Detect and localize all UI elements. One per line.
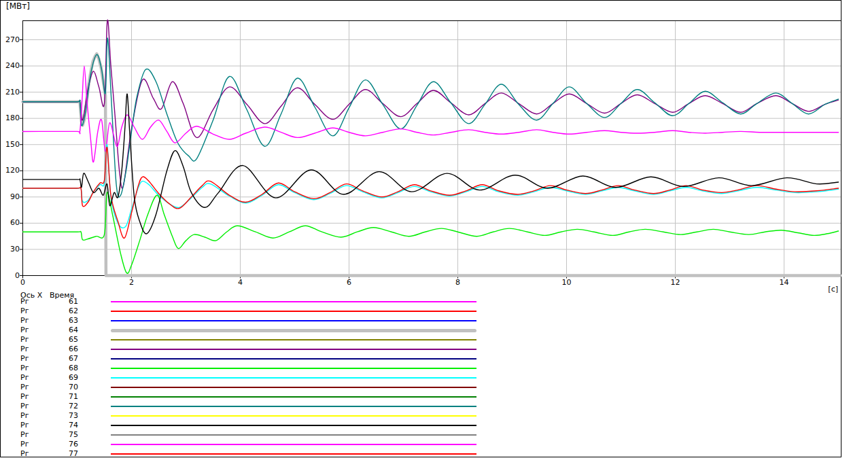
- legend-row-value: 76: [39, 440, 78, 449]
- legend-row-value: 62: [39, 306, 78, 316]
- legend-row-label: Рг: [20, 392, 41, 402]
- legend-color-swatch: [111, 425, 476, 426]
- legend-color-swatch: [111, 311, 476, 312]
- legend-row-pr69[interactable]: Рг69: [0, 373, 517, 383]
- x-tick-label: 14: [771, 278, 798, 287]
- legend-row-label: Рг: [20, 402, 41, 411]
- legend-row-label: Рг: [20, 316, 41, 326]
- legend-color-swatch: [111, 406, 476, 407]
- legend-color-swatch: [111, 444, 476, 445]
- legend-color-swatch: [111, 301, 476, 302]
- y-tick-label: 60: [0, 218, 20, 227]
- legend-color-swatch: [111, 415, 476, 417]
- legend-row-value: 71: [39, 392, 78, 402]
- legend-row-value: 73: [39, 411, 78, 421]
- y-tick-label: 120: [0, 166, 20, 175]
- legend-row-value: 70: [39, 383, 78, 392]
- y-tick-label: 270: [0, 35, 20, 44]
- y-tick-label: 30: [0, 245, 20, 253]
- series-pr74[interactable]: [23, 94, 839, 234]
- legend-row-value: 75: [39, 430, 78, 440]
- legend-row-pr75[interactable]: Рг75: [0, 430, 517, 440]
- legend-row-pr61[interactable]: Рг61: [0, 297, 517, 306]
- legend-row-value: 68: [39, 364, 78, 373]
- legend-row-value: 67: [39, 354, 78, 364]
- legend-row-label: Рг: [20, 373, 41, 383]
- legend-row-label: Рг: [20, 411, 41, 421]
- legend-row-label: Рг: [20, 421, 41, 430]
- series-pr66[interactable]: [23, 20, 839, 188]
- legend-row-value: 65: [39, 335, 78, 345]
- legend-row-pr74[interactable]: Рг74: [0, 421, 517, 430]
- legend-row-value: 72: [39, 402, 78, 411]
- legend-color-swatch: [111, 320, 476, 321]
- plot-frame: [23, 21, 841, 276]
- legend-color-swatch: [111, 358, 476, 360]
- legend-row-pr77[interactable]: Рг77: [0, 449, 517, 459]
- y-tick-label: 240: [0, 61, 20, 70]
- x-tick-label: 0: [10, 278, 37, 287]
- series-pr64[interactable]: [23, 54, 840, 275]
- legend-color-swatch: [111, 368, 476, 369]
- x-tick-label: 8: [445, 278, 472, 287]
- legend-row-pr68[interactable]: Рг68: [0, 364, 517, 373]
- legend-row-label: Рг: [20, 440, 41, 449]
- legend-row-value: 63: [39, 316, 78, 326]
- legend-row-label: Рг: [20, 345, 41, 354]
- legend-row-pr64[interactable]: Рг64: [0, 326, 517, 335]
- legend-row-label: Рг: [20, 335, 41, 345]
- legend-color-swatch: [111, 349, 476, 350]
- y-tick-label: 180: [0, 113, 20, 122]
- legend-row-value: 69: [39, 373, 78, 383]
- legend-color-swatch: [111, 339, 476, 340]
- legend-row-label: Рг: [20, 430, 41, 440]
- legend-row-label: Рг: [20, 306, 41, 316]
- legend-row-value: 64: [39, 326, 78, 335]
- legend-row-pr63[interactable]: Рг63: [0, 316, 517, 326]
- legend-color-swatch: [111, 329, 476, 332]
- legend-row-pr71[interactable]: Рг71: [0, 392, 517, 402]
- legend-row-pr66[interactable]: Рг66: [0, 345, 517, 354]
- x-tick-label: 4: [227, 278, 254, 287]
- legend-row-value: 77: [39, 449, 78, 459]
- legend-row-pr76[interactable]: Рг76: [0, 440, 517, 449]
- legend-row-value: 74: [39, 421, 78, 430]
- legend-row-label: Рг: [20, 364, 41, 373]
- legend-color-swatch: [111, 377, 476, 379]
- x-tick-label: 6: [336, 278, 363, 287]
- legend-row-pr65[interactable]: Рг65: [0, 335, 517, 345]
- x-tick-label: 2: [118, 278, 145, 287]
- y-tick-label: 90: [0, 192, 20, 201]
- series-pr69[interactable]: [23, 145, 839, 228]
- series-pr72[interactable]: [23, 38, 839, 197]
- y-tick-label: 210: [0, 88, 20, 97]
- series-pr62[interactable]: [23, 147, 839, 238]
- legend-row-label: Рг: [20, 354, 41, 364]
- legend-row-pr70[interactable]: Рг70: [0, 383, 517, 392]
- x-axis-unit-label: [c]: [816, 285, 838, 294]
- legend-row-pr73[interactable]: Рг73: [0, 411, 517, 421]
- y-tick-label: 150: [0, 140, 20, 149]
- legend-row-pr62[interactable]: Рг62: [0, 306, 517, 316]
- legend-row-label: Рг: [20, 383, 41, 392]
- legend-color-swatch: [111, 453, 476, 455]
- legend-row-label: Рг: [20, 449, 41, 459]
- legend-color-swatch: [111, 396, 476, 398]
- legend-row-value: 61: [39, 297, 78, 306]
- x-tick-label: 10: [553, 278, 580, 287]
- legend-color-swatch: [111, 434, 476, 436]
- x-tick-label: 12: [662, 278, 689, 287]
- legend-row-label: Рг: [20, 297, 41, 306]
- legend-row-pr72[interactable]: Рг72: [0, 402, 517, 411]
- plot-window: [МВт] [c] Ось X Время 030609012015018021…: [0, 0, 868, 473]
- legend-row-pr67[interactable]: Рг67: [0, 354, 517, 364]
- legend-color-swatch: [111, 387, 476, 388]
- legend-row-label: Рг: [20, 326, 41, 335]
- y-axis-unit-label: [МВт]: [6, 2, 30, 11]
- legend-row-value: 66: [39, 345, 78, 354]
